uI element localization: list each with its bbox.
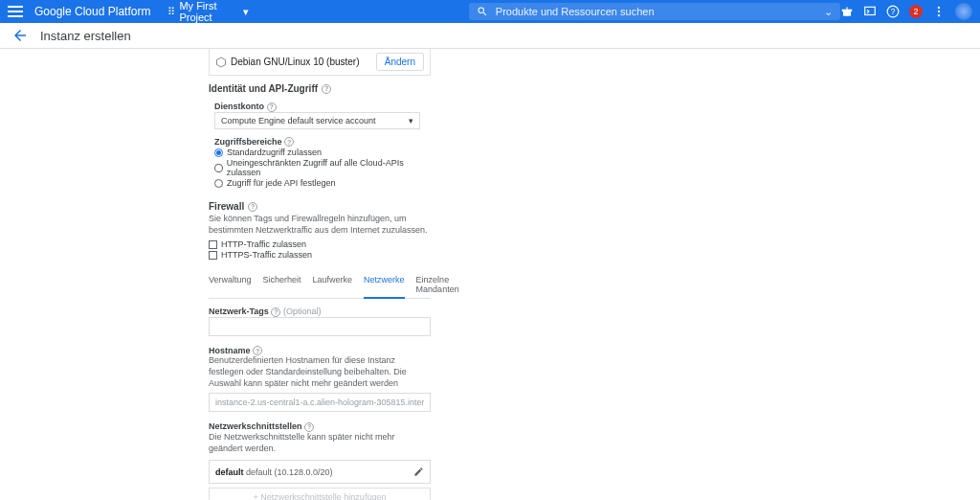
search-input[interactable] bbox=[496, 6, 824, 17]
help-icon[interactable]: ? bbox=[284, 137, 294, 147]
radio-icon bbox=[214, 148, 223, 157]
checkbox-icon bbox=[209, 251, 217, 260]
service-account-label: Dienstkonto ? bbox=[214, 102, 431, 112]
https-checkbox[interactable]: HTTPS-Traffic zulassen bbox=[209, 250, 431, 260]
tab-networking[interactable]: Netzwerke bbox=[364, 271, 405, 299]
chevron-down-icon: ▾ bbox=[243, 6, 249, 18]
help-icon[interactable]: ? bbox=[886, 5, 900, 18]
help-icon[interactable]: ? bbox=[253, 346, 262, 355]
account-avatar[interactable] bbox=[955, 3, 972, 20]
help-icon[interactable]: ? bbox=[267, 102, 277, 112]
console-icon[interactable] bbox=[863, 5, 877, 18]
os-name: Debian GNU/Linux 10 (buster) bbox=[231, 57, 360, 67]
scope-option-default[interactable]: Standardzugriff zulassen bbox=[214, 148, 431, 157]
help-icon[interactable]: ? bbox=[322, 84, 331, 94]
gift-icon[interactable] bbox=[840, 5, 854, 18]
help-icon[interactable]: ? bbox=[271, 307, 280, 317]
identity-title: Identität und API-Zugriff? bbox=[209, 83, 431, 94]
firewall-desc: Sie können Tags und Firewallregeln hinzu… bbox=[209, 214, 431, 236]
project-name: My First Project bbox=[179, 0, 238, 23]
network-tags-label: Netzwerk-Tags ? (Optional) bbox=[209, 307, 431, 317]
svg-text:?: ? bbox=[891, 8, 896, 16]
brand-label: Google Cloud Platform bbox=[34, 5, 150, 18]
chevron-down-icon: ▾ bbox=[409, 116, 413, 125]
help-icon[interactable]: ? bbox=[304, 422, 314, 432]
boot-disk-row: Debian GNU/Linux 10 (buster) Ändern bbox=[209, 49, 431, 76]
content-area: Debian GNU/Linux 10 (buster) Ändern Iden… bbox=[0, 49, 980, 500]
change-os-button[interactable]: Ändern bbox=[376, 53, 424, 71]
svg-point-6 bbox=[938, 7, 940, 9]
help-icon[interactable]: ? bbox=[248, 202, 257, 212]
chevron-down-icon[interactable]: ⌄ bbox=[824, 6, 833, 18]
menu-icon[interactable] bbox=[8, 3, 23, 20]
add-interface-button: + Netzwerkschnittstelle hinzufügen bbox=[209, 488, 431, 500]
tab-security[interactable]: Sicherheit bbox=[263, 271, 301, 298]
search-bar[interactable]: ⌄ bbox=[469, 3, 840, 20]
notifications-badge[interactable]: 2 bbox=[909, 5, 923, 18]
project-icon: ⠿ bbox=[167, 6, 175, 18]
os-icon bbox=[215, 57, 227, 68]
tab-management[interactable]: Verwaltung bbox=[209, 271, 252, 298]
tabs: Verwaltung Sicherheit Laufwerke Netzwerk… bbox=[209, 271, 431, 299]
scope-option-full[interactable]: Uneingeschränkten Zugriff auf alle Cloud… bbox=[214, 158, 431, 177]
svg-marker-9 bbox=[217, 57, 226, 67]
firewall-title: Firewall? bbox=[209, 201, 431, 212]
svg-point-8 bbox=[938, 14, 940, 16]
checkbox-icon bbox=[209, 240, 217, 249]
network-interface-row[interactable]: default default (10.128.0.0/20) bbox=[209, 460, 431, 484]
service-account-select[interactable]: Compute Engine default service account▾ bbox=[214, 112, 420, 129]
top-bar: Google Cloud Platform ⠿ My First Project… bbox=[0, 0, 980, 23]
hostname-desc: Benutzerdefinierten Hostnamen für diese … bbox=[209, 355, 431, 389]
back-icon[interactable] bbox=[11, 27, 29, 44]
project-selector[interactable]: ⠿ My First Project ▾ bbox=[167, 0, 248, 23]
radio-icon bbox=[214, 164, 223, 172]
network-tags-input[interactable] bbox=[209, 317, 431, 336]
interfaces-label: Netzwerkschnittstellen ? bbox=[209, 421, 431, 432]
http-checkbox[interactable]: HTTP-Traffic zulassen bbox=[209, 239, 431, 249]
page-title: Instanz erstellen bbox=[40, 29, 131, 43]
hostname-input[interactable] bbox=[209, 393, 431, 412]
more-icon[interactable] bbox=[932, 5, 946, 18]
svg-rect-3 bbox=[865, 7, 876, 14]
tab-disks[interactable]: Laufwerke bbox=[313, 271, 353, 298]
scope-option-perapi[interactable]: Zugriff für jede API festlegen bbox=[214, 178, 431, 188]
svg-point-7 bbox=[938, 11, 940, 12]
hostname-label: Hostname ? bbox=[209, 346, 431, 356]
tab-sole-tenancy[interactable]: Einzelne Mandanten bbox=[416, 271, 459, 298]
radio-icon bbox=[214, 179, 223, 188]
interfaces-desc: Die Netzwerkschnittstelle kann später ni… bbox=[209, 432, 431, 454]
scopes-label: Zugriffsbereiche ? bbox=[214, 137, 431, 148]
edit-icon[interactable] bbox=[413, 466, 424, 477]
sub-header: Instanz erstellen bbox=[0, 23, 980, 49]
search-icon bbox=[477, 6, 488, 17]
svg-rect-2 bbox=[846, 7, 847, 15]
